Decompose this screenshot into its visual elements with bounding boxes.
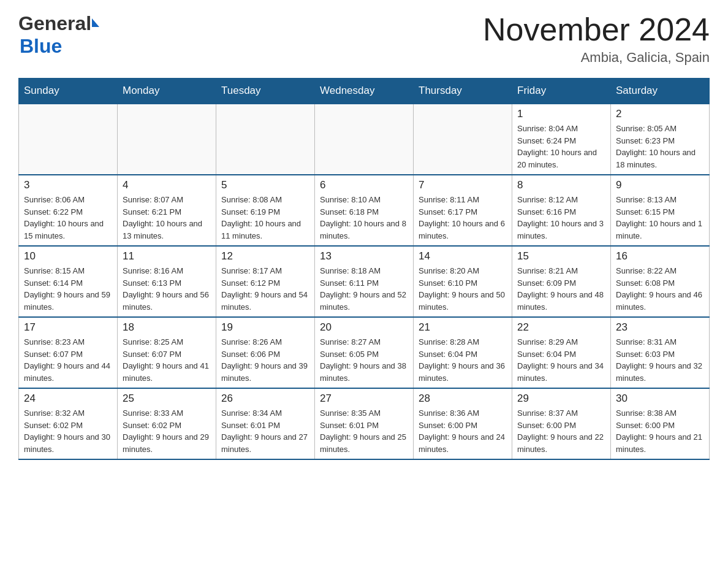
location: Ambia, Galicia, Spain <box>483 50 710 66</box>
calendar-cell <box>414 104 512 175</box>
day-number: 30 <box>616 393 704 405</box>
calendar-cell: 29Sunrise: 8:37 AM Sunset: 6:00 PM Dayli… <box>512 388 611 459</box>
calendar-cell: 27Sunrise: 8:35 AM Sunset: 6:01 PM Dayli… <box>315 388 414 459</box>
calendar-cell <box>118 104 216 175</box>
day-info: Sunrise: 8:13 AM Sunset: 6:15 PM Dayligh… <box>616 194 704 242</box>
day-number: 25 <box>123 393 211 405</box>
calendar-cell: 12Sunrise: 8:17 AM Sunset: 6:12 PM Dayli… <box>216 246 315 317</box>
day-number: 3 <box>24 179 112 191</box>
day-number: 10 <box>24 250 112 262</box>
calendar-cell: 14Sunrise: 8:20 AM Sunset: 6:10 PM Dayli… <box>414 246 512 317</box>
day-number: 16 <box>616 250 704 262</box>
day-number: 1 <box>517 108 605 120</box>
calendar-week-5: 24Sunrise: 8:32 AM Sunset: 6:02 PM Dayli… <box>19 388 710 459</box>
day-info: Sunrise: 8:10 AM Sunset: 6:18 PM Dayligh… <box>320 194 408 242</box>
day-info: Sunrise: 8:26 AM Sunset: 6:06 PM Dayligh… <box>221 336 309 384</box>
weekday-header-wednesday: Wednesday <box>315 79 414 104</box>
day-info: Sunrise: 8:28 AM Sunset: 6:04 PM Dayligh… <box>419 336 507 384</box>
calendar-cell: 15Sunrise: 8:21 AM Sunset: 6:09 PM Dayli… <box>512 246 611 317</box>
day-info: Sunrise: 8:18 AM Sunset: 6:11 PM Dayligh… <box>320 265 408 313</box>
day-info: Sunrise: 8:21 AM Sunset: 6:09 PM Dayligh… <box>517 265 605 313</box>
calendar-cell: 20Sunrise: 8:27 AM Sunset: 6:05 PM Dayli… <box>315 317 414 388</box>
calendar-cell: 26Sunrise: 8:34 AM Sunset: 6:01 PM Dayli… <box>216 388 315 459</box>
day-number: 2 <box>616 108 704 120</box>
day-info: Sunrise: 8:35 AM Sunset: 6:01 PM Dayligh… <box>320 407 408 455</box>
day-info: Sunrise: 8:33 AM Sunset: 6:02 PM Dayligh… <box>123 407 211 455</box>
day-info: Sunrise: 8:29 AM Sunset: 6:04 PM Dayligh… <box>517 336 605 384</box>
calendar-cell: 1Sunrise: 8:04 AM Sunset: 6:24 PM Daylig… <box>512 104 611 175</box>
calendar-cell <box>216 104 315 175</box>
calendar-cell: 9Sunrise: 8:13 AM Sunset: 6:15 PM Daylig… <box>611 175 710 246</box>
weekday-header-thursday: Thursday <box>414 79 512 104</box>
calendar-cell: 28Sunrise: 8:36 AM Sunset: 6:00 PM Dayli… <box>414 388 512 459</box>
weekday-header-friday: Friday <box>512 79 611 104</box>
page-header: General Blue November 2024 Ambia, Galici… <box>18 12 710 66</box>
day-number: 29 <box>517 393 605 405</box>
day-info: Sunrise: 8:23 AM Sunset: 6:07 PM Dayligh… <box>24 336 112 384</box>
calendar-cell: 25Sunrise: 8:33 AM Sunset: 6:02 PM Dayli… <box>118 388 216 459</box>
day-info: Sunrise: 8:15 AM Sunset: 6:14 PM Dayligh… <box>24 265 112 313</box>
day-number: 21 <box>419 321 507 334</box>
weekday-header-saturday: Saturday <box>611 79 710 104</box>
day-number: 13 <box>320 250 408 262</box>
calendar-table: SundayMondayTuesdayWednesdayThursdayFrid… <box>18 78 710 460</box>
logo-general-text: General <box>18 12 91 35</box>
day-number: 23 <box>616 321 704 334</box>
day-number: 15 <box>517 250 605 262</box>
calendar-cell: 23Sunrise: 8:31 AM Sunset: 6:03 PM Dayli… <box>611 317 710 388</box>
day-info: Sunrise: 8:36 AM Sunset: 6:00 PM Dayligh… <box>419 407 507 455</box>
calendar-cell: 22Sunrise: 8:29 AM Sunset: 6:04 PM Dayli… <box>512 317 611 388</box>
calendar-week-4: 17Sunrise: 8:23 AM Sunset: 6:07 PM Dayli… <box>19 317 710 388</box>
day-number: 17 <box>24 321 112 334</box>
day-number: 6 <box>320 179 408 191</box>
day-info: Sunrise: 8:34 AM Sunset: 6:01 PM Dayligh… <box>221 407 309 455</box>
logo: General Blue <box>18 12 99 58</box>
calendar-cell: 24Sunrise: 8:32 AM Sunset: 6:02 PM Dayli… <box>19 388 118 459</box>
day-info: Sunrise: 8:32 AM Sunset: 6:02 PM Dayligh… <box>24 407 112 455</box>
day-info: Sunrise: 8:16 AM Sunset: 6:13 PM Dayligh… <box>123 265 211 313</box>
day-info: Sunrise: 8:37 AM Sunset: 6:00 PM Dayligh… <box>517 407 605 455</box>
calendar-cell: 19Sunrise: 8:26 AM Sunset: 6:06 PM Dayli… <box>216 317 315 388</box>
logo-blue-text: Blue <box>20 35 62 58</box>
day-number: 9 <box>616 179 704 191</box>
day-number: 8 <box>517 179 605 191</box>
day-number: 12 <box>221 250 309 262</box>
day-number: 7 <box>419 179 507 191</box>
day-info: Sunrise: 8:12 AM Sunset: 6:16 PM Dayligh… <box>517 194 605 242</box>
calendar-cell: 18Sunrise: 8:25 AM Sunset: 6:07 PM Dayli… <box>118 317 216 388</box>
day-info: Sunrise: 8:38 AM Sunset: 6:00 PM Dayligh… <box>616 407 704 455</box>
weekday-header-monday: Monday <box>118 79 216 104</box>
calendar-cell: 7Sunrise: 8:11 AM Sunset: 6:17 PM Daylig… <box>414 175 512 246</box>
calendar-week-3: 10Sunrise: 8:15 AM Sunset: 6:14 PM Dayli… <box>19 246 710 317</box>
day-info: Sunrise: 8:25 AM Sunset: 6:07 PM Dayligh… <box>123 336 211 384</box>
month-title: November 2024 <box>483 12 710 47</box>
day-number: 11 <box>123 250 211 262</box>
calendar-cell: 16Sunrise: 8:22 AM Sunset: 6:08 PM Dayli… <box>611 246 710 317</box>
calendar-cell <box>315 104 414 175</box>
calendar-week-1: 1Sunrise: 8:04 AM Sunset: 6:24 PM Daylig… <box>19 104 710 175</box>
calendar-cell: 3Sunrise: 8:06 AM Sunset: 6:22 PM Daylig… <box>19 175 118 246</box>
day-number: 14 <box>419 250 507 262</box>
day-number: 19 <box>221 321 309 334</box>
day-number: 27 <box>320 393 408 405</box>
calendar-cell: 11Sunrise: 8:16 AM Sunset: 6:13 PM Dayli… <box>118 246 216 317</box>
weekday-header-sunday: Sunday <box>19 79 118 104</box>
logo-arrow-icon <box>92 18 99 27</box>
day-number: 18 <box>123 321 211 334</box>
day-info: Sunrise: 8:11 AM Sunset: 6:17 PM Dayligh… <box>419 194 507 242</box>
day-info: Sunrise: 8:31 AM Sunset: 6:03 PM Dayligh… <box>616 336 704 384</box>
calendar-cell: 21Sunrise: 8:28 AM Sunset: 6:04 PM Dayli… <box>414 317 512 388</box>
calendar-cell: 2Sunrise: 8:05 AM Sunset: 6:23 PM Daylig… <box>611 104 710 175</box>
day-info: Sunrise: 8:05 AM Sunset: 6:23 PM Dayligh… <box>616 123 704 170</box>
day-number: 20 <box>320 321 408 334</box>
calendar-cell: 17Sunrise: 8:23 AM Sunset: 6:07 PM Dayli… <box>19 317 118 388</box>
day-info: Sunrise: 8:22 AM Sunset: 6:08 PM Dayligh… <box>616 265 704 313</box>
weekday-header-tuesday: Tuesday <box>216 79 315 104</box>
calendar-cell: 5Sunrise: 8:08 AM Sunset: 6:19 PM Daylig… <box>216 175 315 246</box>
day-info: Sunrise: 8:07 AM Sunset: 6:21 PM Dayligh… <box>123 194 211 242</box>
calendar-cell: 4Sunrise: 8:07 AM Sunset: 6:21 PM Daylig… <box>118 175 216 246</box>
day-info: Sunrise: 8:27 AM Sunset: 6:05 PM Dayligh… <box>320 336 408 384</box>
day-number: 4 <box>123 179 211 191</box>
calendar-week-2: 3Sunrise: 8:06 AM Sunset: 6:22 PM Daylig… <box>19 175 710 246</box>
calendar-cell: 6Sunrise: 8:10 AM Sunset: 6:18 PM Daylig… <box>315 175 414 246</box>
